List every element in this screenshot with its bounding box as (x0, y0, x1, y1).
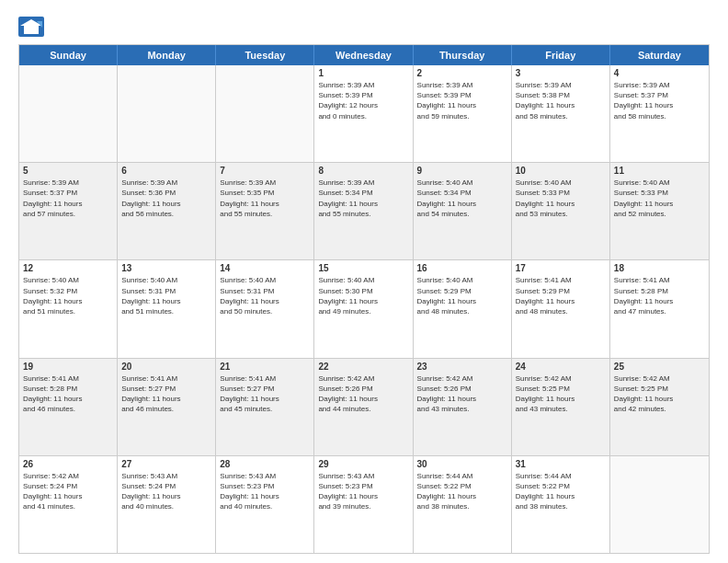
calendar-row-1: 5Sunrise: 5:39 AM Sunset: 5:37 PM Daylig… (19, 163, 709, 260)
cell-info: Sunrise: 5:42 AM Sunset: 5:25 PM Dayligh… (516, 373, 606, 415)
calendar-cell: 29Sunrise: 5:43 AM Sunset: 5:23 PM Dayli… (314, 456, 413, 553)
calendar-cell: 2Sunrise: 5:39 AM Sunset: 5:39 PM Daylig… (414, 65, 512, 162)
calendar-cell: 26Sunrise: 5:42 AM Sunset: 5:24 PM Dayli… (19, 456, 118, 553)
calendar-cell (610, 456, 709, 553)
logo-area (18, 17, 48, 37)
day-number: 13 (121, 263, 211, 273)
day-number: 21 (220, 362, 310, 372)
cell-info: Sunrise: 5:40 AM Sunset: 5:30 PM Dayligh… (318, 275, 408, 316)
day-number: 4 (614, 68, 705, 78)
cell-info: Sunrise: 5:39 AM Sunset: 5:36 PM Dayligh… (121, 178, 211, 219)
cell-info: Sunrise: 5:39 AM Sunset: 5:35 PM Dayligh… (220, 178, 310, 219)
cell-info: Sunrise: 5:42 AM Sunset: 5:26 PM Dayligh… (318, 373, 408, 415)
calendar-row-4: 26Sunrise: 5:42 AM Sunset: 5:24 PM Dayli… (19, 456, 709, 553)
calendar-header: SundayMondayTuesdayWednesdayThursdayFrid… (19, 45, 709, 65)
calendar-cell: 11Sunrise: 5:40 AM Sunset: 5:33 PM Dayli… (610, 163, 709, 259)
logo (18, 17, 48, 37)
weekday-header-friday: Friday (512, 45, 610, 65)
calendar-cell: 25Sunrise: 5:42 AM Sunset: 5:25 PM Dayli… (610, 359, 709, 455)
calendar-cell: 17Sunrise: 5:41 AM Sunset: 5:29 PM Dayli… (512, 260, 610, 357)
weekday-header-thursday: Thursday (414, 45, 512, 65)
day-number: 15 (318, 263, 408, 273)
day-number: 16 (417, 263, 507, 273)
calendar-cell: 23Sunrise: 5:42 AM Sunset: 5:26 PM Dayli… (414, 359, 512, 455)
calendar-cell (216, 65, 314, 162)
cell-info: Sunrise: 5:44 AM Sunset: 5:22 PM Dayligh… (417, 471, 507, 512)
cell-info: Sunrise: 5:39 AM Sunset: 5:37 PM Dayligh… (23, 178, 113, 219)
day-number: 24 (516, 362, 606, 372)
day-number: 5 (23, 166, 113, 176)
day-number: 17 (516, 263, 606, 273)
cell-info: Sunrise: 5:42 AM Sunset: 5:24 PM Dayligh… (23, 471, 113, 512)
weekday-header-wednesday: Wednesday (314, 45, 413, 65)
cell-info: Sunrise: 5:39 AM Sunset: 5:39 PM Dayligh… (318, 80, 408, 121)
calendar-cell: 9Sunrise: 5:40 AM Sunset: 5:34 PM Daylig… (414, 163, 512, 259)
weekday-header-saturday: Saturday (610, 45, 709, 65)
calendar-row-0: 1Sunrise: 5:39 AM Sunset: 5:39 PM Daylig… (19, 65, 709, 163)
calendar-cell: 3Sunrise: 5:39 AM Sunset: 5:38 PM Daylig… (512, 65, 610, 162)
day-number: 30 (417, 459, 507, 469)
day-number: 11 (614, 166, 705, 176)
cell-info: Sunrise: 5:41 AM Sunset: 5:28 PM Dayligh… (23, 373, 113, 415)
cell-info: Sunrise: 5:40 AM Sunset: 5:31 PM Dayligh… (220, 275, 310, 316)
weekday-header-tuesday: Tuesday (216, 45, 314, 65)
calendar-cell: 18Sunrise: 5:41 AM Sunset: 5:28 PM Dayli… (610, 260, 709, 357)
calendar-cell: 7Sunrise: 5:39 AM Sunset: 5:35 PM Daylig… (216, 163, 314, 259)
calendar: SundayMondayTuesdayWednesdayThursdayFrid… (18, 44, 710, 554)
cell-info: Sunrise: 5:43 AM Sunset: 5:24 PM Dayligh… (121, 471, 211, 512)
cell-info: Sunrise: 5:41 AM Sunset: 5:27 PM Dayligh… (121, 373, 211, 415)
calendar-cell: 15Sunrise: 5:40 AM Sunset: 5:30 PM Dayli… (314, 260, 413, 357)
weekday-header-monday: Monday (118, 45, 216, 65)
calendar-cell: 12Sunrise: 5:40 AM Sunset: 5:32 PM Dayli… (19, 260, 118, 357)
calendar-cell: 31Sunrise: 5:44 AM Sunset: 5:22 PM Dayli… (512, 456, 610, 553)
cell-info: Sunrise: 5:40 AM Sunset: 5:32 PM Dayligh… (23, 275, 113, 316)
day-number: 28 (220, 459, 310, 469)
calendar-cell: 16Sunrise: 5:40 AM Sunset: 5:29 PM Dayli… (414, 260, 512, 357)
cell-info: Sunrise: 5:39 AM Sunset: 5:34 PM Dayligh… (318, 178, 408, 219)
day-number: 22 (318, 362, 408, 372)
calendar-body: 1Sunrise: 5:39 AM Sunset: 5:39 PM Daylig… (19, 65, 709, 553)
cell-info: Sunrise: 5:42 AM Sunset: 5:26 PM Dayligh… (417, 373, 507, 415)
day-number: 6 (121, 166, 211, 176)
day-number: 18 (614, 263, 705, 273)
calendar-cell: 19Sunrise: 5:41 AM Sunset: 5:28 PM Dayli… (19, 359, 118, 455)
calendar-cell: 5Sunrise: 5:39 AM Sunset: 5:37 PM Daylig… (19, 163, 118, 259)
calendar-cell: 10Sunrise: 5:40 AM Sunset: 5:33 PM Dayli… (512, 163, 610, 259)
calendar-cell (118, 65, 216, 162)
cell-info: Sunrise: 5:40 AM Sunset: 5:33 PM Dayligh… (614, 178, 705, 219)
day-number: 9 (417, 166, 507, 176)
cell-info: Sunrise: 5:40 AM Sunset: 5:34 PM Dayligh… (417, 178, 507, 219)
cell-info: Sunrise: 5:39 AM Sunset: 5:38 PM Dayligh… (516, 80, 606, 121)
calendar-cell: 22Sunrise: 5:42 AM Sunset: 5:26 PM Dayli… (314, 359, 413, 455)
cell-info: Sunrise: 5:40 AM Sunset: 5:33 PM Dayligh… (516, 178, 606, 219)
calendar-cell: 24Sunrise: 5:42 AM Sunset: 5:25 PM Dayli… (512, 359, 610, 455)
calendar-row-2: 12Sunrise: 5:40 AM Sunset: 5:32 PM Dayli… (19, 260, 709, 358)
day-number: 7 (220, 166, 310, 176)
calendar-cell: 1Sunrise: 5:39 AM Sunset: 5:39 PM Daylig… (314, 65, 413, 162)
day-number: 1 (318, 68, 408, 78)
day-number: 26 (23, 459, 113, 469)
day-number: 23 (417, 362, 507, 372)
calendar-cell: 13Sunrise: 5:40 AM Sunset: 5:31 PM Dayli… (118, 260, 216, 357)
logo-icon (18, 17, 44, 37)
calendar-cell: 6Sunrise: 5:39 AM Sunset: 5:36 PM Daylig… (118, 163, 216, 259)
calendar-cell: 8Sunrise: 5:39 AM Sunset: 5:34 PM Daylig… (314, 163, 413, 259)
calendar-cell: 14Sunrise: 5:40 AM Sunset: 5:31 PM Dayli… (216, 260, 314, 357)
cell-info: Sunrise: 5:39 AM Sunset: 5:39 PM Dayligh… (417, 80, 507, 121)
cell-info: Sunrise: 5:40 AM Sunset: 5:29 PM Dayligh… (417, 275, 507, 316)
cell-info: Sunrise: 5:41 AM Sunset: 5:27 PM Dayligh… (220, 373, 310, 415)
day-number: 29 (318, 459, 408, 469)
day-number: 27 (121, 459, 211, 469)
calendar-cell: 20Sunrise: 5:41 AM Sunset: 5:27 PM Dayli… (118, 359, 216, 455)
day-number: 19 (23, 362, 113, 372)
calendar-cell: 21Sunrise: 5:41 AM Sunset: 5:27 PM Dayli… (216, 359, 314, 455)
cell-info: Sunrise: 5:43 AM Sunset: 5:23 PM Dayligh… (318, 471, 408, 512)
day-number: 8 (318, 166, 408, 176)
cell-info: Sunrise: 5:41 AM Sunset: 5:29 PM Dayligh… (516, 275, 606, 316)
calendar-cell: 28Sunrise: 5:43 AM Sunset: 5:23 PM Dayli… (216, 456, 314, 553)
day-number: 25 (614, 362, 705, 372)
cell-info: Sunrise: 5:42 AM Sunset: 5:25 PM Dayligh… (614, 373, 705, 415)
day-number: 14 (220, 263, 310, 273)
day-number: 12 (23, 263, 113, 273)
cell-info: Sunrise: 5:39 AM Sunset: 5:37 PM Dayligh… (614, 80, 705, 121)
